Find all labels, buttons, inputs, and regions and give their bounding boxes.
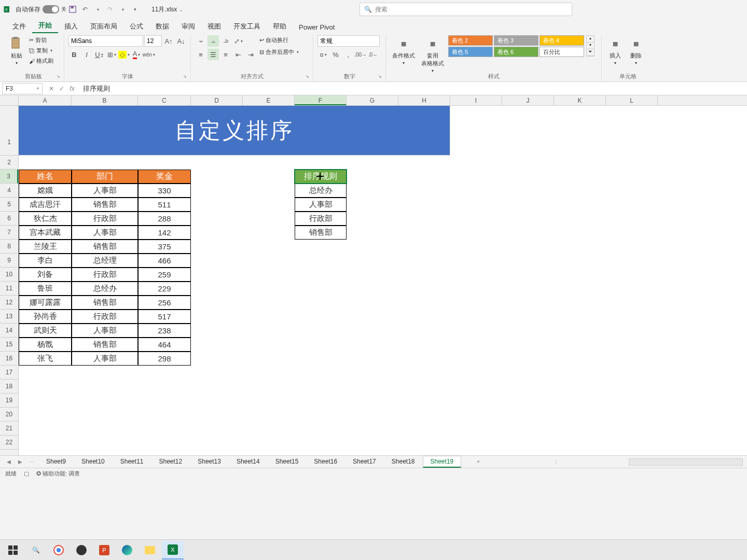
row-header-19[interactable]: 19 <box>0 394 18 408</box>
col-header-K[interactable]: K <box>554 95 606 105</box>
ribbon-tab-公式[interactable]: 公式 <box>123 20 149 33</box>
data-cell[interactable]: 238 <box>138 324 191 338</box>
cells-area[interactable]: 自定义排序姓名部门奖金嫦娥人事部330成吉思汗销售部511狄仁杰行政部288宫本… <box>19 106 747 455</box>
underline-icon[interactable]: U <box>93 49 105 60</box>
sheet-tab-Sheet12[interactable]: Sheet12 <box>151 456 190 468</box>
fill-color-icon[interactable]: ◇ <box>118 49 130 60</box>
insert-cells-button[interactable]: ▦ 插入▾ <box>606 35 625 66</box>
data-cell[interactable]: 229 <box>138 282 191 296</box>
increase-decimal-icon[interactable]: .00→ <box>355 49 366 60</box>
save-icon[interactable] <box>68 5 77 13</box>
conditional-format-button[interactable]: ▦ 条件格式▾ <box>390 35 417 66</box>
data-cell[interactable]: 330 <box>138 184 191 198</box>
data-cell[interactable]: 刘备 <box>19 268 72 282</box>
launcher-font[interactable]: ↘ <box>183 74 188 79</box>
font-color-icon[interactable]: A <box>131 49 142 60</box>
table-header[interactable]: 部门 <box>72 170 138 184</box>
col-header-B[interactable]: B <box>72 95 138 105</box>
row-header-22[interactable]: 22 <box>0 436 18 450</box>
ribbon-tab-文件[interactable]: 文件 <box>6 20 32 33</box>
data-cell[interactable]: 销售部 <box>72 338 138 352</box>
row-header-1[interactable]: 1 <box>0 106 18 156</box>
ribbon-tab-帮助[interactable]: 帮助 <box>267 20 293 33</box>
data-cell[interactable]: 武则天 <box>19 324 72 338</box>
table-format-button[interactable]: ▦ 套用 表格格式▾ <box>419 35 446 74</box>
undo-icon[interactable]: ↶ <box>81 5 89 13</box>
col-header-I[interactable]: I <box>450 95 502 105</box>
data-cell[interactable]: 娜可露露 <box>19 296 72 310</box>
sheet-tab-Sheet9[interactable]: Sheet9 <box>38 456 74 468</box>
data-cell[interactable]: 人事部 <box>72 324 138 338</box>
data-cell[interactable]: 兰陵王 <box>19 240 72 254</box>
gallery-scroll[interactable]: ▴▾⏷ <box>586 35 594 57</box>
ribbon-tab-开发工具[interactable]: 开发工具 <box>227 20 267 33</box>
sort-rule-cell[interactable]: 行政部 <box>295 212 347 226</box>
col-header-F[interactable]: F <box>295 95 347 105</box>
sheet-tab-Sheet18[interactable]: Sheet18 <box>384 456 423 468</box>
data-cell[interactable]: 成吉思汗 <box>19 198 72 212</box>
decrease-indent-icon[interactable]: ⇤ <box>232 49 244 60</box>
ribbon-tab-开始[interactable]: 开始 <box>32 19 58 33</box>
data-cell[interactable]: 狄仁杰 <box>19 212 72 226</box>
style-chip[interactable]: 着色 5 <box>448 47 493 57</box>
sort-rule-cell[interactable]: 销售部 <box>295 226 347 240</box>
data-cell[interactable]: 464 <box>138 338 191 352</box>
data-cell[interactable]: 142 <box>138 226 191 240</box>
sheet-tab-Sheet14[interactable]: Sheet14 <box>229 456 268 468</box>
row-header-21[interactable]: 21 <box>0 422 18 436</box>
powerpoint-icon[interactable]: P <box>93 541 115 559</box>
row-header-3[interactable]: 3 <box>0 170 18 184</box>
sheet-tab-Sheet10[interactable]: Sheet10 <box>74 456 113 468</box>
copy-button[interactable]: ⿻复制 <box>28 46 54 55</box>
data-cell[interactable]: 288 <box>138 212 191 226</box>
data-cell[interactable]: 嫦娥 <box>19 184 72 198</box>
data-cell[interactable]: 销售部 <box>72 198 138 212</box>
style-chip[interactable]: 着色 4 <box>540 35 584 46</box>
col-header-L[interactable]: L <box>606 95 658 105</box>
sheet-tab-Sheet17[interactable]: Sheet17 <box>345 456 384 468</box>
select-all-corner[interactable] <box>0 95 19 105</box>
align-left-icon[interactable]: ≡ <box>195 49 206 60</box>
title-cell[interactable]: 自定义排序 <box>19 106 450 156</box>
data-cell[interactable]: 298 <box>138 352 191 366</box>
row-header-7[interactable]: 7 <box>0 226 18 240</box>
comma-icon[interactable]: , <box>342 49 354 60</box>
ribbon-tab-数据[interactable]: 数据 <box>149 20 175 33</box>
data-cell[interactable]: 511 <box>138 198 191 212</box>
decrease-decimal-icon[interactable]: .0← <box>367 49 379 60</box>
name-box[interactable]: F3▾ <box>2 83 43 94</box>
currency-icon[interactable]: ¤ <box>317 49 329 60</box>
obs-icon[interactable] <box>71 541 92 559</box>
data-cell[interactable]: 行政部 <box>72 212 138 226</box>
cell-styles-gallery[interactable]: 着色 2 着色 3 着色 4 着色 5 着色 6 百分比 <box>448 35 584 57</box>
toggle-switch[interactable] <box>43 5 59 13</box>
redo-icon[interactable]: ↷ <box>106 5 114 13</box>
undo-dropdown[interactable] <box>93 5 102 13</box>
row-header-11[interactable]: 11 <box>0 282 18 296</box>
chrome-icon[interactable] <box>48 541 70 559</box>
sort-rule-cell[interactable]: 人事部 <box>295 198 347 212</box>
autosave-toggle[interactable]: 自动保存 关 <box>16 5 66 14</box>
data-cell[interactable]: 人事部 <box>72 226 138 240</box>
data-cell[interactable]: 259 <box>138 268 191 282</box>
data-cell[interactable]: 孙尚香 <box>19 310 72 324</box>
col-header-E[interactable]: E <box>243 95 295 105</box>
align-right-icon[interactable]: ≡ <box>220 49 231 60</box>
style-chip[interactable]: 着色 3 <box>494 35 538 46</box>
data-cell[interactable]: 李白 <box>19 254 72 268</box>
data-cell[interactable]: 行政部 <box>72 310 138 324</box>
sort-rule-cell[interactable]: 总经办 <box>295 184 347 198</box>
sheet-tab-Sheet19[interactable]: Sheet19 <box>423 456 462 468</box>
style-chip[interactable]: 百分比 <box>540 47 584 57</box>
macro-record-icon[interactable]: ▢ <box>24 470 29 477</box>
sheet-options[interactable]: ⋮ <box>551 457 561 467</box>
row-header-5[interactable]: 5 <box>0 198 18 212</box>
fx-icon[interactable]: fx <box>67 84 77 93</box>
formula-input[interactable]: 排序规则 <box>79 84 747 93</box>
filename[interactable]: 11月.xlsx ⌄ <box>151 5 183 14</box>
format-painter-button[interactable]: 🖌格式刷 <box>28 56 54 66</box>
phonetic-icon[interactable]: wén <box>143 49 155 60</box>
row-header-14[interactable]: 14 <box>0 324 18 338</box>
cancel-formula-icon[interactable]: ✕ <box>47 84 56 93</box>
data-cell[interactable]: 销售部 <box>72 240 138 254</box>
